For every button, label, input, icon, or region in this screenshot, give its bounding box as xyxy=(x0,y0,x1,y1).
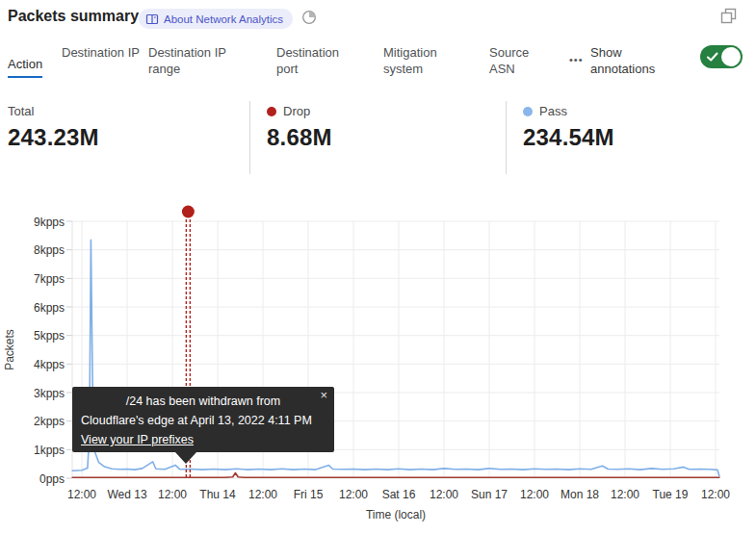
y-tick-label: 3kpps xyxy=(34,387,65,400)
packets-summary-panel: Packets summary About Network Analytics … xyxy=(0,0,756,534)
x-tick-label: Mon 18 xyxy=(560,488,599,501)
x-tick-label: Wed 13 xyxy=(107,488,146,501)
x-tick-label: 12:00 xyxy=(430,488,458,501)
x-axis-title: Time (local) xyxy=(366,508,426,521)
y-tick-label: 4kpps xyxy=(34,358,65,371)
x-tick-label: Fri 15 xyxy=(294,488,324,501)
y-axis-title: Packets xyxy=(3,329,16,370)
drop-series-line xyxy=(72,473,719,478)
x-tick-label: 12:00 xyxy=(520,488,549,501)
y-tick-label: 2kpps xyxy=(34,415,65,428)
x-tick-label: Sat 16 xyxy=(382,488,416,501)
x-tick-label: Tue 19 xyxy=(653,488,689,501)
y-tick-label: 1kpps xyxy=(34,444,65,457)
y-tick-label: 6kpps xyxy=(34,301,65,315)
tooltip-text-line2: Cloudflare's edge at April 13, 2022 4:11… xyxy=(81,411,326,430)
y-tick-label: 0pps xyxy=(39,472,65,486)
annotation-tooltip: × /24 has been withdrawn from Cloudflare… xyxy=(72,387,334,452)
x-tick-label: 12:00 xyxy=(67,488,96,501)
x-tick-label: Thu 14 xyxy=(199,488,236,501)
x-tick-label: 12:00 xyxy=(158,488,187,501)
y-tick-label: 8kpps xyxy=(34,243,65,257)
x-tick-label: 12:00 xyxy=(701,488,730,501)
y-tick-label: 9kpps xyxy=(34,216,65,229)
tooltip-text-line1: /24 has been withdrawn from xyxy=(81,392,326,411)
x-tick-label: 12:00 xyxy=(248,488,277,501)
y-tick-label: 7kpps xyxy=(34,272,65,286)
tooltip-arrow xyxy=(175,452,196,464)
tooltip-close-icon[interactable]: × xyxy=(320,389,327,402)
annotation-marker-dot[interactable] xyxy=(182,206,195,218)
x-tick-label: 12:00 xyxy=(339,488,368,501)
packets-time-series-chart: 0pps1kpps2kpps3kpps4kpps5kpps6kpps7kpps8… xyxy=(0,0,756,534)
x-tick-label: Sun 17 xyxy=(471,488,508,501)
y-tick-label: 5kpps xyxy=(34,329,65,343)
view-ip-prefixes-link[interactable]: View your IP prefixes xyxy=(81,430,194,449)
x-tick-label: 12:00 xyxy=(611,488,639,501)
